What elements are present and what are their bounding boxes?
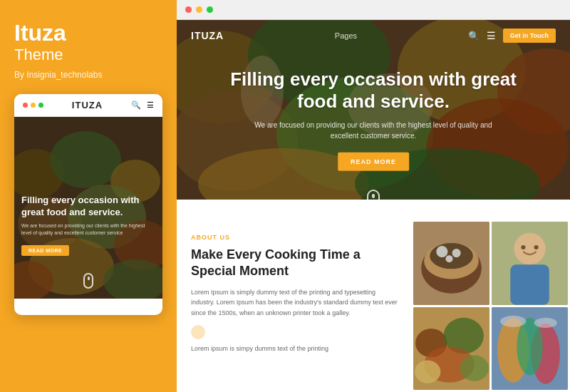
mobile-dot-green	[38, 103, 43, 108]
mobile-dot-yellow	[31, 103, 36, 108]
svg-rect-31	[413, 222, 489, 305]
left-panel: Ituza Theme By Insignia_technolabs ITUZA…	[0, 0, 177, 392]
mobile-hero-title: Filling every occasion with great food a…	[21, 195, 155, 219]
mobile-scroll-dot	[88, 277, 90, 280]
svg-rect-45	[413, 307, 489, 391]
desktop-scroll-dot	[372, 194, 375, 198]
desktop-read-more-button[interactable]: READ MORE	[338, 153, 409, 171]
brand-title: Ituza	[14, 21, 66, 44]
brand-subtitle: Theme	[14, 46, 63, 64]
desktop-hero-title: Filling every occasion with great food a…	[216, 68, 531, 113]
mobile-card-header: ITUZA 🔍 ☰	[14, 94, 162, 117]
photo-grid	[413, 220, 570, 392]
mobile-read-more-button[interactable]: READ MORE	[21, 245, 69, 256]
desktop-scroll-indicator	[367, 190, 380, 210]
desktop-nav-pages[interactable]: Pages	[335, 31, 357, 40]
mobile-hero: Filling every occasion with great food a…	[14, 117, 162, 299]
mobile-logo: ITUZA	[72, 100, 103, 110]
about-label: ABOUT US	[191, 234, 399, 241]
about-title: Make Every Cooking Time a Special Moment	[191, 247, 399, 280]
desktop-menu-icon[interactable]: ☰	[487, 30, 496, 41]
about-text-1: Lorem Ipsum is simply dummy text of the …	[191, 287, 399, 318]
mobile-nav-icons: 🔍 ☰	[131, 100, 154, 110]
get-in-touch-button[interactable]: Get in Touch	[503, 29, 556, 43]
desktop-below-fold: ABOUT US Make Every Cooking Time a Speci…	[177, 220, 570, 392]
about-text-2: Lorem ipsum is simpy dumms text of the p…	[191, 344, 399, 354]
mobile-hero-content: Filling every occasion with great food a…	[21, 195, 155, 256]
mobile-preview-card: ITUZA 🔍 ☰ Filling ever	[14, 94, 162, 315]
browser-dot-red	[185, 6, 192, 13]
svg-rect-52	[492, 307, 568, 391]
desktop-search-icon[interactable]: 🔍	[468, 31, 480, 41]
mobile-search-icon[interactable]: 🔍	[131, 100, 141, 110]
browser-chrome	[177, 0, 570, 20]
photo-cell-4	[492, 307, 568, 391]
desktop-navbar: ITUZA Pages 🔍 ☰ Get in Touch	[177, 20, 570, 51]
mobile-menu-icon[interactable]: ☰	[147, 100, 154, 110]
right-panel: ITUZA Pages 🔍 ☰ Get in Touch Filling eve…	[177, 0, 570, 392]
about-content: ABOUT US Make Every Cooking Time a Speci…	[177, 220, 413, 392]
desktop-logo: ITUZA	[191, 30, 224, 41]
mobile-scroll-indicator	[83, 273, 93, 289]
svg-rect-38	[492, 222, 568, 305]
photo-cell-3	[413, 307, 489, 391]
photo-cell-1	[413, 222, 489, 305]
mobile-traffic-lights	[23, 103, 43, 108]
desktop-nav-right: 🔍 ☰ Get in Touch	[468, 29, 556, 43]
mobile-hero-sub: We are focused on providing our clients …	[21, 222, 155, 237]
desktop-hero-sub: We are focused on providing our clients …	[252, 120, 494, 141]
desktop-hero: ITUZA Pages 🔍 ☰ Get in Touch Filling eve…	[177, 20, 570, 220]
about-icon-row	[191, 325, 399, 339]
brand-by: By Insignia_technolabs	[14, 70, 102, 80]
desktop-hero-content: Filling every occasion with great food a…	[216, 68, 531, 171]
photo-cell-2	[492, 222, 568, 305]
browser-dot-green	[207, 6, 213, 13]
mobile-dot-red	[23, 103, 28, 108]
browser-dot-yellow	[196, 6, 202, 13]
about-icon-circle	[191, 325, 205, 339]
